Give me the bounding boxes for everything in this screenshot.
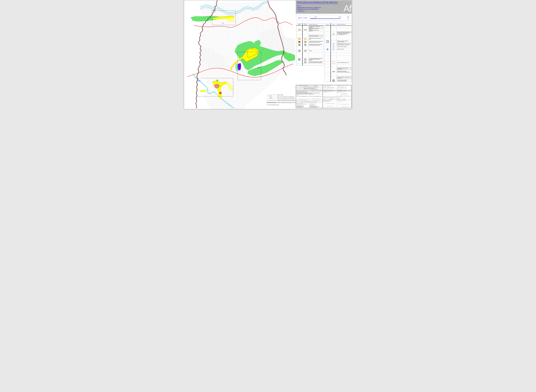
- legend-row-ln: LN LUKA NAUTIČKOG TURIZMA: [325, 46, 351, 48]
- legend-divider-thin: [308, 23, 309, 65]
- odgovorna-label: Odgovorna osoba:: [310, 94, 322, 95]
- r5-symbol: R5: [305, 61, 306, 63]
- legend-100m-tag: 100 m: [270, 98, 272, 98]
- uvid-label: Javni uvid održan: [338, 89, 342, 90]
- pecat-tijela-label-1: Pečat tijela odgovornog za provođenje: [323, 91, 333, 92]
- section-gradjevinska: GRAĐEVINSKA PODRUČJA: [309, 35, 323, 37]
- ln-symbol: LN: [333, 46, 334, 47]
- naziv-prikaza-2: POSEBNIH UVJETA ZA KORIŠTENJE - pregledn…: [304, 89, 318, 89]
- koordinator-value: Prof. dr. sc. Oleg Grgurević, dipl.ing.a…: [301, 102, 317, 102]
- scale-box: mjerilo 1 : 25 000 0 500m 2500m: [296, 15, 352, 21]
- legend-row-r5-izdvojeno: R5 IZDVOJENO GRAĐEVINSKO PODRUČJESPORTSK…: [297, 61, 323, 64]
- pecat-nadleznog-label: Pečat nadležnog tijela:: [323, 106, 337, 107]
- empty-row: [325, 28, 351, 32]
- gpn-planned-swatch: [304, 38, 306, 40]
- scale-tick-0: 0: [310, 16, 310, 18]
- r5i-line2: SPORTSKO-REKREACIJSKE NAMJENE: [309, 62, 322, 63]
- zona-line2: ZAŠTITE RURALNE CJELINE NASELJA: [337, 72, 350, 72]
- suglasnost-1: Suglasnost na plan prema članku 24. Zako…: [323, 97, 341, 97]
- legend-divider-thin: [336, 23, 337, 82]
- map-source-note: Izvor: Državna geodetska uprava: [267, 104, 279, 105]
- cross-icon: +: [305, 50, 306, 51]
- empty-row: [325, 35, 351, 40]
- odluka-value: Sl.gl. Općine Smokvica br.:16/07: [338, 88, 351, 88]
- uvid-do: do: 26.09.2005.: [342, 90, 346, 91]
- kk-line1: OSOBITO VRIJEDAN PREDJEL: [337, 80, 347, 80]
- legend-row-gpn: GRAĐEVINSKO PODRUČJE NASELJA (GPN): [297, 37, 323, 41]
- zupanija-label: Županija:: [297, 85, 299, 86]
- priv-line1: PRIVEZIŠTE (u skladu sa Uredbom o razvrs…: [337, 43, 351, 44]
- datum-label: datum:: [340, 99, 342, 99]
- scale-bar-segment-1: [310, 19, 316, 19]
- istovjetnost-label-2: izvornikom ovjerava:: [338, 101, 343, 101]
- i3-planned-swatch: I3: [304, 59, 306, 60]
- scale-tick-500: 500m: [314, 16, 317, 18]
- istovjetnost-label-1: Istovjetnost ovog prostornog plana s: [338, 100, 347, 101]
- upu-label: OBUHVAT OBVEZNE IZRADE UPU-a: [337, 62, 349, 63]
- r5-line2: RAZGRANIČENA UNUTAR GPN-A: [309, 45, 320, 46]
- opcina-label: Općina:: [312, 85, 314, 86]
- uvid-od: od: 25.08.2005.: [338, 90, 342, 91]
- info-left-half: Županija: DUBROVAČKO-NERETVANSKA Općina:…: [296, 85, 323, 108]
- section-row: PODRUČJA POSEBNIH UVJETA KORIŠTENJA: [325, 67, 351, 70]
- kk-line2: - KULTIVIRANI KRAJOBRAZ: [337, 81, 346, 81]
- cross-icon: +: [299, 50, 300, 51]
- r5-existing-swatch: (R5): [298, 44, 300, 46]
- section-ogranicenja: PODRUČJA POSEBNIH OGRANIČENJA U KORIŠTEN…: [337, 77, 351, 79]
- odgovorna-value: Prof.dr.sc. OLEG GRGUREVIĆ, dia., diš.: [310, 96, 322, 97]
- i3-line2: GOSPODARSKE - PROIZVODNE NAMJENE: [309, 59, 320, 61]
- upu-dashed-rect: [332, 62, 335, 64]
- plan-sheet: 4-3 4-1 4-2 OBALNA LINIJA 70 m LINIJA 70…: [184, 0, 352, 109]
- naziv-plana-label: Naziv prostornog plana:: [297, 87, 302, 88]
- broj-value: 4-0: [303, 89, 304, 90]
- strucna-label: Stručna suradnja:: [309, 105, 322, 106]
- empty-row: [325, 26, 351, 28]
- sheet-subtitle-2: POSEBNIH UVJETA ZA KORIŠTENJE:: [297, 9, 319, 10]
- empty-row: [297, 64, 323, 66]
- zupanija-value: DUBROVAČKO-NERETVANSKA: [299, 85, 309, 86]
- tim-member-2: 2. Marko Jakelić, ing.arh.: [309, 104, 316, 104]
- plan-title: PROSTORNI PLAN UREĐENJA OPĆINE SMOKVICA: [297, 1, 338, 4]
- pecat-odgovorne-label: Pečat odgovorne osobe:: [313, 100, 319, 101]
- title-block: PROSTORNI PLAN UREĐENJA OPĆINE SMOKVICA …: [296, 0, 352, 14]
- tim-member-5: 5. Ana Stamać, stud.arh.: [297, 107, 309, 107]
- empty-row: [297, 52, 323, 58]
- pravna-2: ZAVOD ZA URBANIZAM,PROSTORNO PLANIRANJE …: [297, 93, 322, 93]
- legend-header-row: postojeće planirano TUMAČ ZNAKOVA: [325, 23, 351, 26]
- odluka-label-1: Odluka predstavničkog tijela o donošenju: [338, 85, 348, 86]
- map-label-4-3: 4-3: [213, 10, 216, 12]
- legend-zop-label: GRANICA ZAŠTIĆENOG OBALNOG PODRUČJA (ZOP…: [277, 100, 296, 101]
- zona-line1: GRANICA ZONE UMJERENE: [337, 71, 347, 72]
- map-canvas: 4-3 4-1 4-2 OBALNA LINIJA 70 m LINIJA 70…: [184, 0, 296, 109]
- t-planned-swatch: (T): [304, 41, 306, 43]
- program-label-2: u prostoru (službeno glasilo):: [323, 86, 331, 87]
- naziv-plana-value: PROSTORNI PLAN UREĐENJA OPĆINE SMOKVICA: [303, 87, 319, 88]
- legend-obalna-label: OBALNA LINIJA: [277, 94, 283, 95]
- section-uvjeta: PODRUČJA POSEBNIH UVJETA KORIŠTENJA: [337, 68, 351, 70]
- legend-row-zona: GRANICA ZONE UMJERENEZAŠTITE RURALNE CJE…: [325, 70, 351, 73]
- sheet-subtitle-3: - pregledni list: [297, 10, 305, 12]
- gpn-label: GRAĐEVINSKO PODRUČJE NASELJA (GPN): [309, 38, 323, 40]
- kk-swatch: KK: [333, 80, 335, 82]
- t-line1: UGOSTITELJSKO-TURISTIČKA NAMJENA: [309, 41, 323, 42]
- pravna-label: Pravna osoba / tijelo koje je izradilo p…: [297, 91, 322, 92]
- ln-label: LUKA NAUTIČKOG TURIZMA: [337, 46, 347, 47]
- granica-line1: GRANICA OPĆINE I NASELJA SMOKVICA,: [309, 28, 319, 30]
- rasprava-value: Slobodna Dalmacija, 17. kolovoza 2005.: [323, 90, 334, 91]
- program-label-1: Program mjera za unapređenje stanja: [323, 85, 333, 86]
- p-symbol: P: [333, 43, 334, 45]
- broj-suglasnosti-label: broj suglasnosti: klasa:: [323, 99, 329, 99]
- urbroj-label: urbroj:: [334, 99, 335, 99]
- odg-prov-label-2: javne rasprave:: [338, 92, 342, 93]
- info-table: Županija: DUBROVAČKO-NERETVANSKA Općina:…: [296, 85, 351, 108]
- predstojnik-value: Prof.dr.sc. OLEG GRGUREVIĆ, dia., diš.: [297, 96, 309, 97]
- legend-divider: [302, 23, 303, 65]
- signature-line: [298, 99, 307, 99]
- signature-line: [325, 103, 335, 104]
- signature-line: [339, 104, 349, 104]
- broj-label: Broj kartografskog prikaza:: [297, 90, 303, 90]
- legend-title: TUMAČ ZNAKOVA: [337, 24, 346, 25]
- col-planned-label: planirano: [332, 24, 335, 25]
- legend-header-row: postojeće(izgr. dio) planirano(neizgr. d…: [297, 23, 323, 26]
- signature-line: [339, 96, 349, 96]
